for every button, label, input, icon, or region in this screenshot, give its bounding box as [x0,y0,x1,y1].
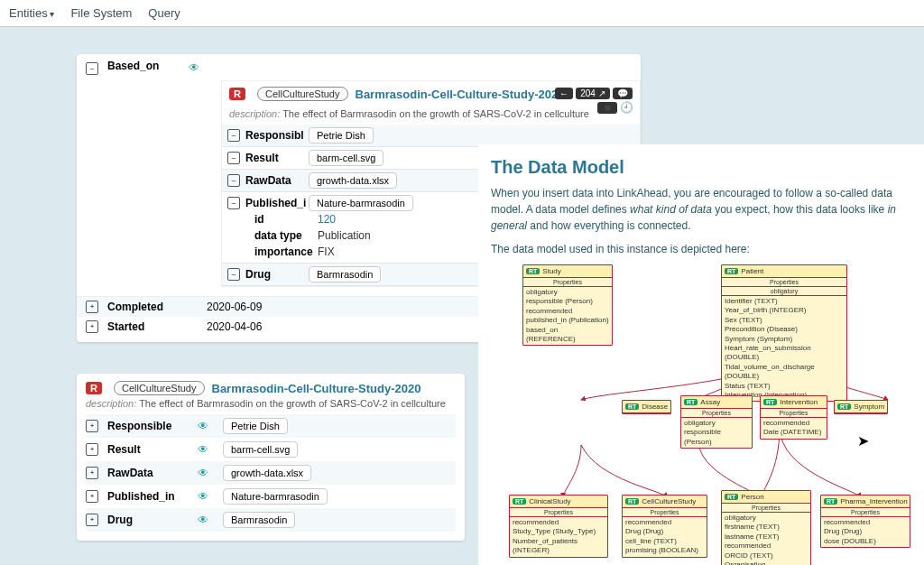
toggle-icon[interactable] [227,268,240,281]
expand-icon[interactable] [86,514,98,526]
entity-card-summary: R CellCultureStudy Barmrasodin-Cell-Cult… [77,374,465,541]
property-value[interactable]: growth-data.xlsx [223,465,311,481]
visibility-icon[interactable]: 👁 [198,514,216,526]
property-row: Drug👁Barmrasodin [86,508,456,532]
toggle-icon[interactable] [86,62,98,75]
entity-controls: ← 204 ↗ 💬 ◾ 🕘 [555,87,633,114]
prop-rawdata-label: RawData [245,174,309,187]
visibility-icon[interactable]: 👁 [198,467,216,479]
record-type-badge: R [229,88,245,100]
entity-type-pill[interactable]: CellCultureStudy [114,381,205,395]
nav-query[interactable]: Query [148,6,180,20]
property-value[interactable]: Petrie Dish [223,418,288,434]
prop-published-value[interactable]: Nature-barmrasodin [309,195,413,211]
bookmark-icon[interactable]: ◾ [597,102,617,114]
diagram-box-patient[interactable]: RTPatient Properties obligatory Identifi… [721,264,847,402]
diagram-box-clinicalstudy[interactable]: RTClinicalStudy Properties recommendedSt… [509,495,608,558]
description-label: description: [86,398,136,409]
description-label: description: [229,108,280,119]
prop-responsible-label: Responsibl [245,129,309,142]
data-model-diagram: RTPatient Properties obligatory Identifi… [491,264,911,565]
completed-label: Completed [107,301,207,313]
prop-result-value[interactable]: barm-cell.svg [309,150,383,166]
expand-icon[interactable] [86,443,98,456]
property-row: Responsible👁Petrie Dish [86,414,456,438]
property-label: Result [107,443,198,456]
visibility-icon[interactable]: 👁 [198,443,216,456]
property-value[interactable]: Barmrasodin [223,512,295,528]
expand-icon[interactable] [86,490,98,503]
property-label: Drug [107,514,198,526]
help-panel-data-model: The Data Model When you insert data into… [478,144,924,565]
visibility-icon[interactable]: 👁 [198,490,216,503]
description-text: The effect of Barmrasodin on the growth … [282,108,589,119]
property-value[interactable]: Nature-barmrasodin [223,488,328,505]
id-label: id [227,213,318,226]
record-type-badge: R [86,382,102,394]
toggle-icon[interactable] [227,129,240,142]
diagram-box-symptom[interactable]: RTSymptom [834,400,888,414]
expand-icon[interactable] [86,467,98,479]
prop-drug-value[interactable]: Barmrasodin [309,266,381,282]
entity-name-link[interactable]: Barmrasodin-Cell-Culture-Study-2020 [356,88,565,101]
diagram-box-intervention[interactable]: RTIntervention Properties recommendedDat… [760,395,827,440]
nav-file-system[interactable]: File System [70,6,132,20]
top-nav: Entities File System Query [0,0,924,27]
prop-published-label: Published_i [245,197,309,209]
started-label: Started [107,320,207,333]
completed-value: 2020-06-09 [207,301,262,313]
property-based-on-label: Based_on [107,60,189,72]
property-row: RawData👁growth-data.xlsx [86,461,456,485]
entity-type-pill[interactable]: CellCultureStudy [257,87,348,101]
comment-icon[interactable]: 💬 [613,88,633,99]
prop-rawdata-value[interactable]: growth-data.xlsx [309,172,397,189]
diagram-box-person[interactable]: RTPerson Properties obligatoryfirstname … [721,490,811,565]
importance-value: FIX [318,245,335,258]
visibility-icon[interactable]: 👁 [189,61,199,74]
property-row: Result👁barm-cell.svg [86,438,456,461]
property-label: Published_in [107,490,198,503]
prop-responsible-value[interactable]: Petrie Dish [309,127,374,144]
description-text: The effect of Barmrasodin on the growth … [139,398,446,409]
property-label: Responsible [107,420,198,432]
expand-icon[interactable] [86,301,98,313]
panel-paragraph-2: The data model used in this instance is … [491,241,911,257]
open-external-button[interactable]: 204 ↗ [576,88,609,99]
panel-title: The Data Model [491,157,911,178]
toggle-icon[interactable] [227,152,240,164]
prop-drug-label: Drug [245,268,309,281]
datatype-value: Publication [318,229,371,242]
entity-name-link[interactable]: Barmrasodin-Cell-Culture-Study-2020 [212,382,421,395]
importance-label: importance [227,245,318,258]
toggle-icon[interactable] [227,174,240,187]
back-button[interactable]: ← [555,88,573,99]
id-value-link[interactable]: 120 [318,213,336,226]
property-row: Published_in👁Nature-barmrasodin [86,485,456,508]
history-icon[interactable]: 🕘 [620,101,633,114]
diagram-box-assay[interactable]: RTAssay Properties obligatoryresponsible… [680,395,753,449]
started-value: 2020-04-06 [207,320,262,333]
diagram-box-pharma[interactable]: RTPharma_Intervention Properties recomme… [820,495,910,548]
diagram-box-cellculturestudy[interactable]: RTCellCultureStudy Properties recommende… [622,495,707,558]
toggle-icon[interactable] [227,197,240,209]
property-label: RawData [107,467,198,479]
datatype-label: data type [227,229,318,242]
expand-icon[interactable] [86,420,98,432]
diagram-box-study[interactable]: RTStudy Properties obligatoryresponsible… [522,264,613,346]
mouse-cursor-icon: ➤ [857,432,869,449]
expand-icon[interactable] [86,320,98,333]
visibility-icon[interactable]: 👁 [198,420,216,432]
prop-result-label: Result [245,152,309,164]
nav-entities[interactable]: Entities [9,6,54,20]
diagram-box-disease[interactable]: RTDisease [622,400,671,414]
panel-paragraph-1: When you insert data into LinkAhead, you… [491,185,911,234]
property-value[interactable]: barm-cell.svg [223,441,298,458]
